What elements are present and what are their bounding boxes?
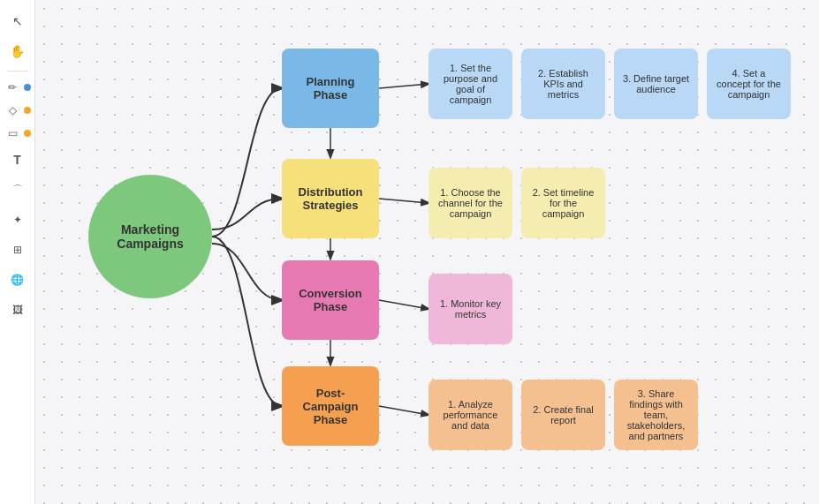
planning-card-4[interactable]: 4. Set a concept for the campaign bbox=[707, 49, 791, 119]
postcampaign-phase-box[interactable]: Post-Campaign Phase bbox=[282, 366, 379, 446]
note-icon[interactable]: ▭ bbox=[4, 124, 21, 142]
note-color-dot bbox=[24, 130, 31, 137]
svg-line-3 bbox=[379, 84, 428, 88]
cursor-icon[interactable]: ↖ bbox=[5, 9, 30, 34]
hand-icon[interactable]: ✋ bbox=[5, 39, 30, 64]
image-icon[interactable]: 🖼 bbox=[5, 297, 30, 322]
divider-1 bbox=[7, 71, 28, 71]
planning-card-3-text: 3. Define target audience bbox=[621, 73, 691, 94]
planning-card-2[interactable]: 2. Establish KPIs and metrics bbox=[521, 49, 605, 119]
shape-icon[interactable]: ◇ bbox=[4, 102, 21, 119]
conversion-card-1-text: 1. Monitor key metrics bbox=[436, 298, 505, 320]
grid-icon[interactable]: ⊞ bbox=[5, 237, 30, 262]
magic-icon[interactable]: ✦ bbox=[5, 207, 30, 232]
distribution-card-1-text: 1. Choose the channel for the campaign bbox=[436, 187, 505, 219]
postcampaign-card-2-text: 2. Create final report bbox=[528, 404, 598, 425]
postcampaign-card-3[interactable]: 3. Share findings with team, stakeholder… bbox=[614, 380, 698, 450]
planning-card-3[interactable]: 3. Define target audience bbox=[614, 49, 698, 119]
postcampaign-phase-label: Post-Campaign Phase bbox=[289, 387, 372, 426]
central-node[interactable]: Marketing Campaigns bbox=[88, 175, 212, 298]
pen-icon[interactable]: ✏ bbox=[4, 79, 21, 96]
postcampaign-card-2[interactable]: 2. Create final report bbox=[521, 380, 605, 450]
conversion-phase-box[interactable]: Conversion Phase bbox=[282, 260, 379, 340]
planning-card-2-text: 2. Establish KPIs and metrics bbox=[528, 68, 598, 100]
canvas: Marketing Campaigns Planning Phase Distr… bbox=[35, 0, 819, 504]
distribution-phase-label: Distribution Strategies bbox=[289, 185, 372, 212]
distribution-card-2-text: 2. Set timeline for the campaign bbox=[528, 187, 598, 219]
distribution-phase-box[interactable]: Distribution Strategies bbox=[282, 159, 379, 238]
connector-icon[interactable]: ⌒ bbox=[5, 177, 30, 202]
planning-card-1[interactable]: 1. Set the purpose and goal of campaign bbox=[428, 49, 512, 119]
conversion-card-1[interactable]: 1. Monitor key metrics bbox=[428, 274, 512, 344]
postcampaign-card-3-text: 3. Share findings with team, stakeholder… bbox=[621, 388, 691, 441]
toolbar: ↖ ✋ ✏ ◇ ▭ T ⌒ ✦ ⊞ 🌐 🖼 bbox=[0, 0, 35, 504]
planning-phase-box[interactable]: Planning Phase bbox=[282, 49, 379, 128]
svg-line-5 bbox=[379, 300, 428, 309]
text-icon[interactable]: T bbox=[5, 147, 30, 172]
svg-line-4 bbox=[379, 199, 428, 203]
distribution-card-1[interactable]: 1. Choose the channel for the campaign bbox=[428, 168, 512, 238]
planning-card-1-text: 1. Set the purpose and goal of campaign bbox=[436, 63, 505, 105]
central-label: Marketing Campaigns bbox=[88, 222, 212, 251]
shape-color-dot bbox=[24, 107, 31, 114]
conversion-phase-label: Conversion Phase bbox=[289, 287, 372, 313]
postcampaign-card-1[interactable]: 1. Analyze performance and data bbox=[428, 380, 512, 450]
distribution-card-2[interactable]: 2. Set timeline for the campaign bbox=[521, 168, 605, 238]
planning-card-4-text: 4. Set a concept for the campaign bbox=[714, 68, 784, 100]
planning-phase-label: Planning Phase bbox=[289, 75, 372, 102]
postcampaign-card-1-text: 1. Analyze performance and data bbox=[436, 399, 505, 431]
pen-color-dot bbox=[24, 84, 31, 91]
globe-icon[interactable]: 🌐 bbox=[5, 267, 30, 292]
svg-line-6 bbox=[379, 406, 428, 415]
